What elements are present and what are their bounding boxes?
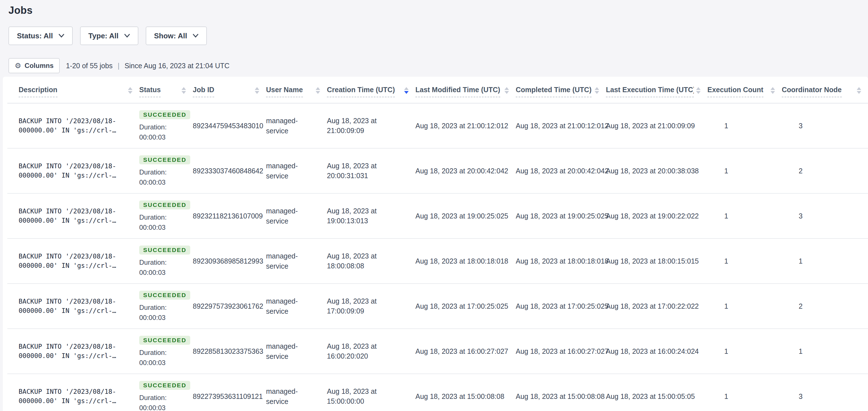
duration-label: Duration:	[139, 349, 183, 357]
duration-value: 00:00:03	[139, 359, 183, 367]
table-row[interactable]: BACKUP INTO '/2023/08/18-000000.00' IN '…	[7, 374, 868, 411]
last-modified-time: Aug 18, 2023 at 17:00:25:025	[415, 284, 516, 329]
job-description: BACKUP INTO '/2023/08/18-000000.00' IN '…	[19, 116, 129, 135]
column-header-coordinator-node[interactable]: Coordinator Node	[782, 77, 868, 103]
last-modified-time: Aug 18, 2023 at 16:00:27:027	[415, 329, 516, 374]
user-name: managed-service	[266, 161, 307, 181]
jobs-page: Jobs Status: All Type: All Show: All ⚙ C…	[0, 0, 868, 411]
column-header-last-modified-time[interactable]: Last Modified Time (UTC)	[415, 77, 516, 103]
last-modified-time: Aug 18, 2023 at 19:00:25:025	[415, 194, 516, 238]
status-badge: SUCCEEDED	[139, 291, 190, 300]
execution-count: 1	[707, 284, 782, 329]
filter-bar: Status: All Type: All Show: All	[8, 27, 860, 45]
duration-value: 00:00:03	[139, 133, 183, 141]
duration-label: Duration:	[139, 259, 183, 266]
coordinator-node: 2	[782, 148, 868, 194]
type-filter-dropdown[interactable]: Type: All	[80, 27, 138, 45]
table-row[interactable]: BACKUP INTO '/2023/08/18-000000.00' IN '…	[7, 103, 868, 148]
user-name: managed-service	[266, 116, 307, 136]
type-filter-label: Type: All	[89, 32, 119, 40]
last-execution-time: Aug 18, 2023 at 17:00:22:022	[606, 284, 707, 329]
column-header-completed-time[interactable]: Completed Time (UTC)	[516, 77, 606, 103]
status-filter-dropdown[interactable]: Status: All	[8, 27, 73, 45]
duration-value: 00:00:03	[139, 404, 183, 411]
duration-label: Duration:	[139, 303, 183, 312]
page-title: Jobs	[8, 4, 860, 16]
status-badge: SUCCEEDED	[139, 110, 190, 119]
show-filter-label: Show: All	[154, 32, 187, 40]
column-header-description[interactable]: Description	[7, 77, 139, 103]
show-filter-dropdown[interactable]: Show: All	[146, 27, 207, 45]
sort-icon	[595, 87, 599, 96]
table-row[interactable]: BACKUP INTO '/2023/08/18-000000.00' IN '…	[7, 194, 868, 238]
job-id: 892309368985812993	[193, 238, 266, 284]
completed-time: Aug 18, 2023 at 15:00:08:08	[516, 374, 606, 411]
job-id: 892297573923061762	[193, 284, 266, 329]
sort-icon	[255, 87, 259, 96]
last-modified-time: Aug 18, 2023 at 18:00:18:018	[415, 238, 516, 284]
chevron-down-icon	[124, 34, 130, 38]
table-toolbar: ⚙ Columns 1-20 of 55 jobs | Since Aug 16…	[8, 58, 860, 73]
coordinator-node: 3	[782, 374, 868, 411]
gear-icon: ⚙	[14, 62, 21, 69]
jobs-table-card: Description Status Job ID User Name Crea…	[3, 77, 868, 411]
execution-count: 1	[707, 148, 782, 194]
completed-time: Aug 18, 2023 at 21:00:12:012	[516, 103, 606, 148]
user-name: managed-service	[266, 206, 307, 226]
jobs-count: 1-20 of 55 jobs	[66, 62, 113, 70]
coordinator-node: 2	[782, 284, 868, 329]
duration-label: Duration:	[139, 394, 183, 402]
duration-label: Duration:	[139, 168, 183, 176]
table-row[interactable]: BACKUP INTO '/2023/08/18-000000.00' IN '…	[7, 329, 868, 374]
execution-count: 1	[707, 238, 782, 284]
job-description: BACKUP INTO '/2023/08/18-000000.00' IN '…	[19, 387, 129, 405]
last-execution-time: Aug 18, 2023 at 20:00:38:038	[606, 148, 707, 194]
sort-icon	[696, 87, 701, 96]
completed-time: Aug 18, 2023 at 17:00:25:025	[516, 284, 606, 329]
status-badge: SUCCEEDED	[139, 155, 190, 164]
column-header-last-execution-time[interactable]: Last Execution Time (UTC)	[606, 77, 707, 103]
coordinator-node: 1	[782, 329, 868, 374]
execution-count: 1	[707, 194, 782, 238]
creation-time: Aug 18, 2023 at 21:00:09:09	[327, 116, 386, 136]
last-modified-time: Aug 18, 2023 at 15:00:08:08	[415, 374, 516, 411]
creation-time: Aug 18, 2023 at 20:00:31:031	[327, 161, 386, 181]
sort-icon	[128, 87, 132, 96]
last-modified-time: Aug 18, 2023 at 21:00:12:012	[415, 103, 516, 148]
last-execution-time: Aug 18, 2023 at 18:00:15:015	[606, 238, 707, 284]
creation-time: Aug 18, 2023 at 18:00:08:08	[327, 251, 386, 271]
sort-icon	[504, 87, 509, 96]
creation-time: Aug 18, 2023 at 15:00:00:00	[327, 386, 386, 406]
user-name: managed-service	[266, 341, 307, 362]
since-text: Since Aug 16, 2023 at 21:04 UTC	[125, 62, 229, 70]
status-badge: SUCCEEDED	[139, 381, 190, 390]
execution-count: 1	[707, 374, 782, 411]
job-description: BACKUP INTO '/2023/08/18-000000.00' IN '…	[19, 342, 129, 360]
duration-label: Duration:	[139, 213, 183, 221]
column-header-user-name[interactable]: User Name	[266, 77, 327, 103]
last-execution-time: Aug 18, 2023 at 15:00:05:05	[606, 374, 707, 411]
sort-icon	[857, 87, 861, 96]
column-header-execution-count[interactable]: Execution Count	[707, 77, 782, 103]
table-row[interactable]: BACKUP INTO '/2023/08/18-000000.00' IN '…	[7, 238, 868, 284]
column-header-job-id[interactable]: Job ID	[193, 77, 266, 103]
column-header-creation-time[interactable]: Creation Time (UTC)	[327, 77, 415, 103]
user-name: managed-service	[266, 386, 307, 407]
status-filter-label: Status: All	[17, 32, 53, 40]
status-badge: SUCCEEDED	[139, 336, 190, 345]
coordinator-node: 3	[782, 103, 868, 148]
last-modified-time: Aug 18, 2023 at 20:00:42:042	[415, 148, 516, 194]
table-row[interactable]: BACKUP INTO '/2023/08/18-000000.00' IN '…	[7, 284, 868, 329]
columns-button[interactable]: ⚙ Columns	[8, 58, 60, 73]
completed-time: Aug 18, 2023 at 16:00:27:027	[516, 329, 606, 374]
user-name: managed-service	[266, 251, 307, 271]
duration-value: 00:00:03	[139, 269, 183, 276]
table-row[interactable]: BACKUP INTO '/2023/08/18-000000.00' IN '…	[7, 148, 868, 194]
column-header-status[interactable]: Status	[139, 77, 193, 103]
job-id: 892344759453483010	[193, 103, 266, 148]
job-id: 892333037460848642	[193, 148, 266, 194]
job-description: BACKUP INTO '/2023/08/18-000000.00' IN '…	[19, 252, 129, 270]
sort-desc-icon	[404, 87, 409, 96]
columns-button-label: Columns	[25, 62, 54, 70]
coordinator-node: 1	[782, 238, 868, 284]
